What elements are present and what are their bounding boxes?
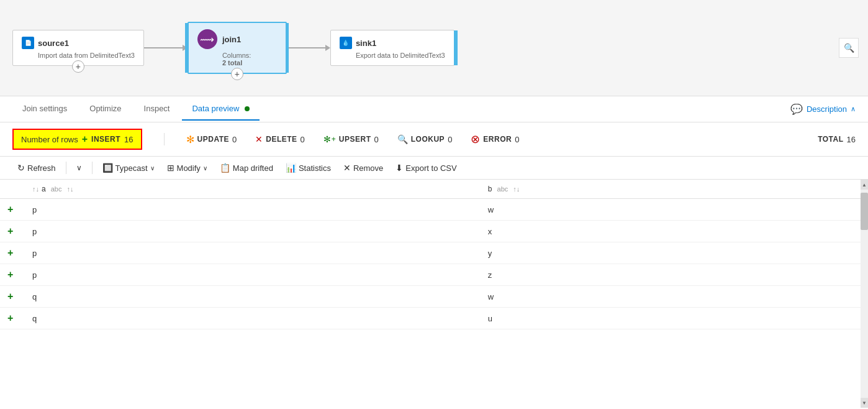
table-row: +pw (0, 199, 861, 221)
tab-join-settings[interactable]: Join settings (12, 98, 77, 121)
join-plus-btn[interactable]: + (231, 68, 243, 80)
description-button[interactable]: 💬 Description ∧ (790, 103, 856, 115)
table-header-row: ↑↓ a abc ↑↓ b abc ↑↓ (0, 180, 861, 199)
source-icon: 📄 (22, 37, 34, 49)
sink-icon: 💧 (340, 37, 352, 49)
source-node[interactable]: 📄 source1 Import data from DelimitedText… (12, 30, 144, 66)
row-insert-icon: + (0, 221, 25, 242)
stat-upsert-value: 0 (374, 135, 379, 144)
scrollbar-track[interactable]: ▲ ▼ (861, 180, 868, 408)
export-icon: ⬇ (396, 163, 403, 173)
join-icon: ⟿ (197, 29, 217, 49)
table-row: +px (0, 221, 861, 242)
stat-upsert-label: UPSERT (339, 135, 371, 144)
stat-lookup: 🔍 LOOKUP 0 (397, 134, 453, 144)
data-preview-dot (245, 106, 250, 111)
refresh-dropdown-button[interactable]: ∨ (71, 161, 87, 175)
stat-upsert-icon2: + (332, 135, 336, 144)
row-cell-b: w (481, 199, 861, 221)
row-cell-a: p (25, 242, 481, 264)
source-node-label: source1 (38, 39, 69, 48)
pipeline-canvas: 📄 source1 Import data from DelimitedText… (0, 0, 868, 96)
map-drifted-button[interactable]: 📋 Map drifted (215, 160, 278, 175)
tab-data-preview[interactable]: Data preview (182, 98, 260, 121)
stat-insert: Number of rows + INSERT 16 (12, 129, 142, 150)
stat-upsert-icon: ✻ (323, 134, 331, 144)
pipeline-nodes: 📄 source1 Import data from DelimitedText… (12, 22, 856, 74)
statistics-icon: 📊 (286, 163, 296, 173)
modify-chevron-icon: ∨ (203, 165, 207, 172)
row-cell-a: q (25, 308, 481, 329)
stat-insert-icon: + (82, 134, 88, 145)
source-node-header: 📄 source1 (22, 37, 135, 49)
modify-icon: ⊞ (167, 163, 174, 173)
source-plus-btn[interactable]: + (72, 60, 84, 73)
row-cell-a: p (25, 221, 481, 242)
sort-icon-a[interactable]: ↑↓ (32, 185, 39, 193)
stat-error: ⊗ ERROR 0 (471, 132, 519, 146)
col-header-a: ↑↓ a abc ↑↓ (25, 180, 481, 199)
stat-delete-label: DELETE (266, 135, 297, 144)
join-node-label: join1 (222, 35, 241, 44)
join-node[interactable]: ⟿ join1 Columns: 2 total + (188, 22, 287, 74)
stat-divider-1 (164, 133, 165, 145)
description-collapse-icon: ∧ (851, 105, 856, 113)
refresh-button[interactable]: ↻ Refresh (12, 160, 61, 175)
stat-update-value: 0 (232, 135, 237, 144)
scrollbar-up-arrow[interactable]: ▲ (861, 180, 868, 190)
row-insert-icon: + (0, 199, 25, 221)
statistics-button[interactable]: 📊 Statistics (281, 160, 336, 175)
stat-error-label: ERROR (483, 135, 512, 144)
stat-lookup-value: 0 (448, 135, 452, 144)
row-cell-b: x (481, 221, 861, 242)
stat-lookup-icon: 🔍 (397, 134, 408, 144)
row-insert-icon: + (0, 286, 25, 308)
tab-inspect[interactable]: Inspect (134, 98, 180, 121)
col-a-type: abc (51, 185, 62, 193)
scrollbar-thumb[interactable] (861, 193, 868, 230)
search-icon: 🔍 (844, 43, 854, 53)
typecast-icon: 🔲 (102, 163, 113, 173)
stats-bar: Number of rows + INSERT 16 ✻ UPDATE 0 ✕ … (0, 122, 868, 157)
sort-icon-b[interactable]: ↑↓ (513, 185, 520, 193)
tabs-bar: Join settings Optimize Inspect Data prev… (0, 96, 868, 122)
row-insert-icon: + (0, 264, 25, 286)
stat-upsert: ✻ + UPSERT 0 (323, 134, 379, 144)
row-cell-b: y (481, 242, 861, 264)
stat-rows-label: Number of rows (21, 135, 78, 144)
row-cell-b: u (481, 308, 861, 329)
search-button[interactable]: 🔍 (839, 38, 859, 58)
table-container[interactable]: ↑↓ a abc ↑↓ b abc ↑↓ (0, 180, 868, 408)
description-chat-icon: 💬 (790, 103, 803, 115)
refresh-icon: ↻ (17, 163, 25, 173)
stat-total: TOTAL 16 (818, 135, 856, 144)
modify-button[interactable]: ⊞ Modify ∨ (162, 160, 212, 175)
sink-node[interactable]: 💧 sink1 Export data to DelimitedText3 (330, 30, 454, 66)
data-table: ↑↓ a abc ↑↓ b abc ↑↓ (0, 180, 861, 329)
stat-lookup-label: LOOKUP (411, 135, 445, 144)
toolbar-divider-2 (92, 162, 93, 174)
remove-icon: ✕ (343, 163, 351, 173)
stat-insert-value: 16 (124, 135, 133, 144)
col-b-label: b (488, 185, 492, 193)
scrollbar-down-arrow[interactable]: ▼ (861, 398, 868, 408)
export-csv-button[interactable]: ⬇ Export to CSV (391, 160, 461, 175)
typecast-button[interactable]: 🔲 Typecast ∨ (97, 160, 160, 175)
tab-optimize[interactable]: Optimize (79, 98, 131, 121)
col-header-b: b abc ↑↓ (481, 180, 861, 199)
stat-delete: ✕ DELETE 0 (255, 134, 305, 144)
row-cell-b: w (481, 286, 861, 308)
sink-node-sub: Export data to DelimitedText3 (356, 52, 445, 59)
join-node-header: ⟿ join1 (197, 29, 277, 49)
table-wrapper: ↑↓ a abc ↑↓ b abc ↑↓ (0, 180, 868, 408)
table-body: +pw+px+py+pz+qw+qu (0, 199, 861, 329)
toolbar-divider-1 (66, 162, 66, 174)
col-b-type: abc (497, 185, 509, 193)
table-row: +py (0, 242, 861, 264)
stat-total-label: TOTAL (818, 135, 843, 144)
row-insert-icon: + (0, 242, 25, 264)
remove-button[interactable]: ✕ Remove (338, 160, 388, 175)
sort-icon-a2[interactable]: ↑↓ (66, 185, 73, 193)
stat-error-icon: ⊗ (471, 132, 480, 146)
sink-node-header: 💧 sink1 (340, 37, 445, 49)
